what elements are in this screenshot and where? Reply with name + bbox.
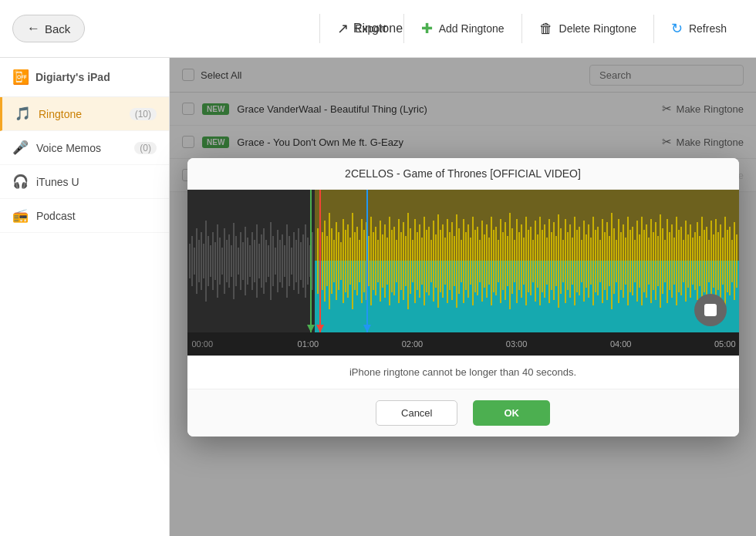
svg-rect-16	[219, 238, 221, 285]
device-name: Digiarty's iPad	[35, 71, 110, 83]
svg-rect-153	[539, 217, 541, 305]
svg-rect-210	[671, 224, 673, 298]
add-ringtone-button[interactable]: ✚ Add Ringtone	[404, 14, 522, 43]
svg-rect-130	[486, 224, 488, 298]
svg-rect-139	[507, 236, 508, 286]
svg-rect-10	[205, 221, 207, 302]
svg-rect-226	[708, 240, 710, 282]
svg-rect-26	[242, 242, 244, 280]
svg-rect-207	[664, 240, 666, 282]
svg-rect-222	[699, 236, 700, 286]
svg-rect-5	[194, 248, 195, 275]
svg-rect-104	[426, 230, 427, 292]
svg-rect-211	[673, 238, 675, 285]
play-stop-button[interactable]	[694, 294, 727, 326]
svg-rect-157	[548, 219, 550, 303]
svg-rect-198	[643, 230, 645, 292]
svg-rect-221	[697, 222, 698, 300]
svg-rect-189	[623, 224, 624, 298]
svg-rect-234	[727, 230, 728, 292]
svg-rect-49	[295, 240, 297, 282]
ok-button[interactable]: OK	[473, 400, 550, 426]
svg-rect-184	[611, 213, 613, 309]
svg-rect-229	[715, 219, 717, 303]
svg-rect-30	[251, 232, 253, 290]
svg-rect-93	[400, 232, 402, 290]
svg-rect-169	[576, 230, 578, 292]
svg-rect-199	[646, 224, 647, 298]
svg-rect-120	[463, 219, 464, 303]
delete-ringtone-button[interactable]: 🗑 Delete Ringtone	[522, 15, 654, 43]
export-icon: ↗	[337, 20, 349, 37]
warning-text: iPhone ringtone cannot be longer than 40…	[349, 366, 576, 378]
svg-rect-148	[528, 230, 529, 292]
svg-rect-15	[217, 224, 218, 298]
sidebar-item-itunes-u[interactable]: 🎧 iTunes U	[0, 165, 169, 199]
modal-title-bar: 2CELLOS - Game of Thrones [OFFICIAL VIDE…	[187, 158, 739, 190]
svg-rect-203	[655, 222, 656, 300]
svg-rect-11	[208, 236, 209, 286]
svg-rect-131	[488, 238, 490, 285]
cancel-label: Cancel	[401, 407, 432, 419]
svg-rect-75	[359, 240, 360, 282]
svg-rect-83	[377, 240, 379, 282]
svg-rect-171	[581, 240, 582, 282]
sidebar-item-ringtone[interactable]: 🎵 Ringtone (10)	[0, 97, 169, 131]
ok-label: OK	[504, 407, 519, 419]
svg-rect-68	[343, 219, 344, 303]
svg-rect-151	[535, 221, 536, 302]
svg-rect-145	[521, 224, 522, 298]
voice-memos-icon: 🎤	[12, 140, 29, 156]
svg-rect-109	[437, 214, 439, 308]
waveform-area[interactable]: 00:00 01:00 02:00 03:00 04:00 05:00	[187, 190, 739, 356]
voice-memos-count: (0)	[134, 142, 157, 154]
svg-rect-110	[440, 230, 441, 292]
svg-rect-27	[245, 227, 246, 295]
cancel-button[interactable]: Cancel	[376, 400, 457, 426]
svg-rect-74	[356, 227, 358, 295]
svg-rect-118	[458, 228, 460, 294]
svg-rect-85	[382, 234, 383, 288]
svg-rect-25	[240, 232, 241, 290]
svg-rect-39	[272, 236, 274, 286]
svg-rect-128	[481, 221, 483, 302]
svg-rect-166	[569, 224, 571, 298]
svg-rect-23	[235, 236, 237, 286]
sidebar-voice-memos-label: Voice Memos	[36, 142, 101, 154]
add-ringtone-icon: ✚	[421, 20, 433, 37]
svg-rect-119	[461, 240, 462, 282]
svg-rect-98	[412, 240, 413, 282]
svg-rect-176	[592, 217, 594, 305]
svg-rect-235	[729, 227, 731, 295]
svg-rect-31	[254, 240, 255, 282]
svg-rect-24	[238, 248, 239, 275]
back-button[interactable]: ← Back	[12, 15, 85, 42]
svg-rect-28	[247, 238, 248, 285]
svg-rect-91	[396, 240, 397, 282]
svg-rect-35	[263, 228, 265, 294]
svg-rect-97	[410, 228, 411, 294]
svg-rect-108	[435, 234, 437, 288]
sidebar-item-voice-memos[interactable]: 🎤 Voice Memos (0)	[0, 131, 169, 165]
refresh-icon: ↻	[671, 20, 683, 37]
svg-rect-117	[456, 214, 457, 308]
stop-icon	[704, 304, 717, 316]
svg-rect-172	[583, 221, 585, 302]
svg-rect-86	[384, 224, 386, 298]
svg-rect-100	[417, 232, 418, 290]
sidebar-item-podcast[interactable]: 📻 Podcast	[0, 199, 169, 233]
svg-rect-192	[629, 230, 631, 292]
svg-rect-116	[454, 236, 455, 286]
modal-overlay: 2CELLOS - Game of Thrones [OFFICIAL VIDE…	[170, 58, 756, 536]
svg-rect-156	[546, 238, 548, 285]
svg-rect-180	[602, 219, 603, 303]
svg-rect-197	[641, 217, 643, 305]
svg-rect-205	[660, 214, 661, 308]
svg-rect-233	[724, 217, 726, 305]
refresh-button[interactable]: ↻ Refresh	[654, 14, 744, 43]
svg-rect-12	[210, 245, 211, 277]
svg-rect-36	[265, 240, 267, 282]
svg-rect-77	[363, 230, 365, 292]
svg-rect-4	[191, 236, 193, 286]
svg-rect-18	[224, 228, 225, 294]
